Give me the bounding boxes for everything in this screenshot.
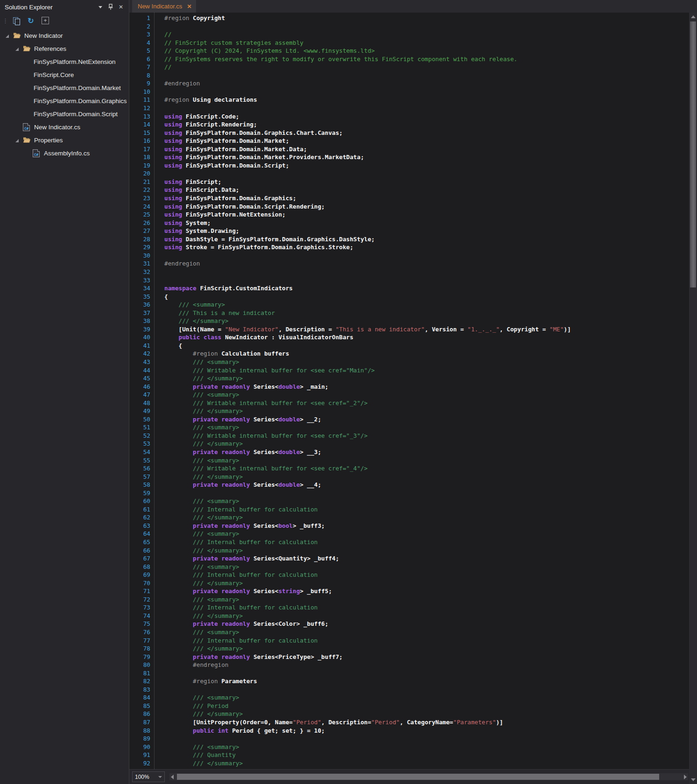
zoom-value: 100%: [135, 774, 149, 780]
line-number: 92: [129, 759, 150, 768]
tree-item-references[interactable]: References: [0, 42, 129, 55]
folder-icon: [23, 137, 33, 143]
line-number: 77: [129, 637, 150, 645]
solution-explorer-panel: Solution Explorer ✕ ⋮ ↻ + New IndicatorR…: [0, 0, 129, 784]
tab-close-icon[interactable]: ✕: [187, 3, 191, 10]
line-number: 18: [129, 153, 150, 161]
code-line: // FinSystems reserves the right to modi…: [164, 55, 689, 63]
line-number: 7: [129, 63, 150, 71]
scroll-left-icon[interactable]: [171, 775, 174, 779]
line-number: 81: [129, 669, 150, 678]
scroll-up-icon[interactable]: [691, 15, 696, 18]
line-number: 52: [129, 432, 150, 440]
line-number: 58: [129, 481, 150, 489]
code-line: using FinSysPlatform.Domain.Market;: [164, 137, 689, 145]
code-line: /// </summary>: [164, 473, 689, 481]
code-line: /// </summary>: [164, 612, 689, 620]
line-number: 17: [129, 145, 150, 154]
line-number: 49: [129, 407, 150, 415]
tree-item-label: FinSysPlatform.Domain.Market: [34, 84, 121, 91]
csharp-file-icon-glyph: C#: [33, 149, 40, 157]
tree-item-finsysplatform-domain-graphics[interactable]: FinSysPlatform.Domain.Graphics: [0, 94, 129, 107]
refresh-icon[interactable]: ↻: [26, 16, 36, 25]
tree-item-assemblyinfo-cs[interactable]: C#AssemblyInfo.cs: [0, 147, 129, 160]
line-number: 74: [129, 612, 150, 620]
line-number-gutter[interactable]: 1234567891011121314151617181920212223242…: [129, 13, 154, 769]
horizontal-scrollbar[interactable]: [169, 773, 688, 780]
code-line: //: [164, 63, 689, 71]
tree-item-finsysplatform-domain-script[interactable]: FinSysPlatform.Domain.Script: [0, 107, 129, 120]
copy-icon[interactable]: [11, 16, 21, 25]
code-line: /// <summary>: [164, 301, 689, 309]
expander-icon[interactable]: [15, 46, 23, 51]
code-line: /// </summary>: [164, 317, 689, 325]
tree-item-new-indicator[interactable]: New Indicator: [0, 29, 129, 42]
code-line: // FinScript custom strategies assembly: [164, 39, 689, 47]
vertical-scrollbar[interactable]: [689, 13, 697, 784]
pin-icon[interactable]: [106, 3, 115, 11]
code-line: using FinSysPlatform.Domain.Market.Provi…: [164, 153, 689, 161]
code-line: /// <summary>: [164, 456, 689, 465]
csharp-file-icon: C#: [33, 149, 43, 157]
line-number: 48: [129, 399, 150, 407]
line-number: 67: [129, 554, 150, 563]
line-number: 47: [129, 391, 150, 399]
chevron-down-icon: [158, 776, 162, 778]
code-line: using DashStyle = FinSysPlatform.Domain.…: [164, 235, 689, 244]
code-line: #region Copyright: [164, 14, 689, 22]
horizontal-scrollbar-thumb[interactable]: [177, 774, 659, 780]
scroll-down-icon[interactable]: [691, 778, 696, 781]
code-line: private readonly Series<Quantity> _buff4…: [164, 554, 689, 563]
tab-new-indicator-cs[interactable]: New Indicator.cs ✕: [132, 0, 196, 13]
line-number: 1: [129, 14, 150, 22]
code-line: /// <summary>: [164, 693, 689, 702]
code-line: using FinSysPlatform.Domain.Script.Rende…: [164, 203, 689, 211]
line-number: 71: [129, 587, 150, 595]
line-number: 26: [129, 219, 150, 227]
line-number: 85: [129, 702, 150, 710]
chevron-down-icon[interactable]: [96, 3, 105, 11]
code-line: [164, 276, 689, 285]
code-line: /// <summary>: [164, 423, 689, 432]
code-line: #endregion: [164, 661, 689, 669]
tree-item-new-indicator-cs[interactable]: C#New Indicator.cs: [0, 120, 129, 133]
code-line: #endregion: [164, 259, 689, 268]
expander-icon[interactable]: [6, 33, 13, 38]
code-line: [164, 104, 689, 112]
line-number: 91: [129, 751, 150, 759]
code-line: using System;: [164, 219, 689, 227]
line-number: 75: [129, 620, 150, 628]
code-line: /// </summary>: [164, 513, 689, 522]
close-icon[interactable]: ✕: [117, 3, 125, 11]
expander-icon[interactable]: [15, 138, 23, 142]
tree-item-finsysplatform-domain-market[interactable]: FinSysPlatform.Domain.Market: [0, 81, 129, 94]
line-number: 45: [129, 374, 150, 383]
line-number: 20: [129, 169, 150, 178]
pin-icon-glyph: [108, 4, 113, 10]
toolbar-grip-icon[interactable]: ⋮: [2, 17, 7, 24]
code-line: /// Internal buffer for calculation: [164, 505, 689, 514]
code-line: [164, 489, 689, 497]
scroll-right-icon[interactable]: [684, 775, 687, 779]
line-number: 82: [129, 677, 150, 686]
code-line: private readonly Series<double> __2;: [164, 415, 689, 424]
code-editor[interactable]: 1234567891011121314151617181920212223242…: [129, 13, 689, 769]
tree-item-finsysplatform-netextension[interactable]: FinSysPlatform.NetExtension: [0, 55, 129, 68]
code-line: /// Internal buffer for calculation: [164, 571, 689, 579]
tree-item-properties[interactable]: Properties: [0, 133, 129, 147]
code-line: private readonly Series<double> __3;: [164, 448, 689, 456]
line-number: 57: [129, 473, 150, 481]
code-line: private readonly Series<PriceType> _buff…: [164, 653, 689, 661]
code-line: public int Period { get; set; } = 10;: [164, 727, 689, 735]
tree-item-finscript-core[interactable]: FinScript.Core: [0, 68, 129, 81]
folder-icon: [13, 32, 23, 39]
code-line: private readonly Series<string> _buff5;: [164, 587, 689, 595]
vertical-scrollbar-thumb[interactable]: [690, 21, 696, 287]
line-number: 21: [129, 178, 150, 186]
zoom-control[interactable]: 100%: [132, 771, 165, 782]
code-line: /// <summary>: [164, 391, 689, 399]
code-line: public class NewIndicator : VisualIndica…: [164, 333, 689, 342]
code-line: [164, 669, 689, 678]
code-line: namespace FinScript.CustomIndicators: [164, 284, 689, 293]
add-item-icon[interactable]: +: [40, 16, 50, 25]
